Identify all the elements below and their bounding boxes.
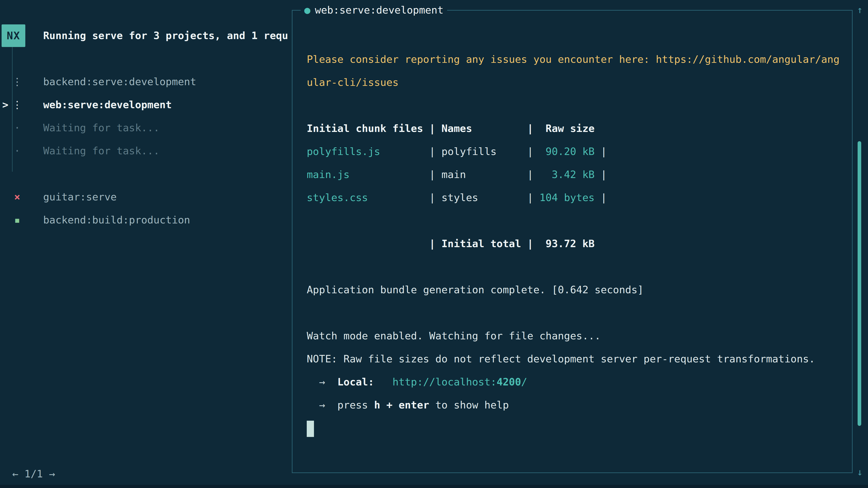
task-label: backend:serve:development [43, 70, 196, 93]
chunk-name: styles [441, 192, 527, 203]
chunk-file: main.js [307, 168, 429, 181]
sidebar: NX Running serve for 3 projects, and 1 r… [0, 0, 291, 488]
pager-prev-icon[interactable]: ← [12, 468, 18, 480]
arrow-icon: → [307, 399, 337, 411]
blank-line [307, 255, 845, 278]
local-url-port: 4200 [497, 376, 521, 388]
page-title: Running serve for 3 projects, and 1 requ [43, 24, 288, 47]
task-row-backend-build[interactable]: ▪backend:build:production [0, 208, 291, 232]
pager: ←1/1→ [12, 462, 55, 486]
table-header: Initial chunk files | Names | Raw size [307, 117, 845, 140]
active-task-pointer-icon: > [2, 93, 8, 116]
notice-line-1: Please consider reporting any issues you… [307, 48, 845, 71]
scroll-down-icon[interactable]: ↓ [855, 465, 864, 479]
chunk-size: 90.20 kB [539, 145, 595, 158]
help-keys: h + enter [374, 399, 429, 411]
help-pre-text: press [337, 399, 374, 411]
spinner-icon: ⋮ [10, 70, 24, 93]
task-label: backend:build:production [43, 208, 190, 232]
task-row-web-serve[interactable]: >⋮web:serve:development [0, 93, 291, 116]
table-separator: | [527, 192, 539, 203]
local-url-link[interactable]: http://localhost:4200/ [393, 376, 527, 388]
chunk-file: polyfills.js [307, 145, 429, 158]
task-row-backend-serve[interactable]: ⋮backend:serve:development [0, 70, 291, 93]
watch-mode-line: Watch mode enabled. Watching for file ch… [307, 324, 845, 348]
pending-dot-icon: · [10, 116, 24, 139]
help-hint-line: → press h + enter to show help [307, 394, 845, 417]
task-label: Waiting for task... [43, 139, 160, 162]
sidebar-footer: ←1/1→ quit:qhelp:? [0, 440, 291, 462]
local-url-base: http://localhost: [393, 376, 497, 388]
arrow-icon: → [307, 376, 337, 388]
local-label: Local: [337, 376, 374, 388]
pager-next-icon[interactable]: → [49, 468, 55, 480]
blank-line [307, 209, 845, 232]
table-row-polyfills: polyfills.js | polyfills | 90.20 kB | [307, 140, 845, 163]
table-separator: | [594, 145, 607, 158]
table-separator: | [594, 192, 607, 203]
local-url-line: → Local: http://localhost:4200/ [307, 370, 845, 394]
table-row-main: main.js | main | 3.42 kB | [307, 163, 845, 186]
chunk-size: 104 bytes [539, 192, 595, 203]
table-row-styles: styles.css | styles | 104 bytes | [307, 186, 845, 209]
gap [374, 376, 393, 388]
task-label: guitar:serve [43, 186, 117, 208]
scrollbar-thumb[interactable] [858, 141, 861, 426]
table-separator: | [429, 168, 441, 181]
task-label: Waiting for task... [43, 116, 160, 139]
text-cursor [307, 421, 314, 437]
table-separator: | [429, 145, 441, 158]
table-separator: | [594, 168, 607, 181]
chunk-size: 3.42 kB [539, 168, 595, 181]
terminal-output[interactable]: Please consider reporting any issues you… [292, 11, 852, 473]
success-square-icon: ▪ [10, 208, 24, 232]
help-post-text: to show help [429, 399, 509, 411]
task-label: web:serve:development [43, 93, 172, 116]
spinner-icon: ⋮ [10, 93, 24, 116]
chunk-name: main [441, 168, 527, 181]
notice-line-2: ular-cli/issues [307, 71, 845, 94]
chunk-file: styles.css [307, 192, 429, 203]
window-bottom-edge [0, 485, 868, 488]
task-row-waiting-1[interactable]: ·Waiting for task... [0, 116, 291, 139]
table-total-row: | Initial total | 93.72 kB [307, 232, 845, 255]
blank-line [307, 94, 845, 117]
note-line: NOTE: Raw file sizes do not reflect deve… [307, 348, 845, 370]
nx-logo: NX [2, 24, 25, 47]
table-separator: | [429, 192, 441, 203]
failed-x-icon: × [10, 186, 24, 208]
terminal-screen: NX Running serve for 3 projects, and 1 r… [0, 0, 868, 488]
task-row-waiting-2[interactable]: ·Waiting for task... [0, 139, 291, 162]
list-spacer [0, 162, 291, 186]
task-output-panel: ●web:serve:development Please consider r… [292, 10, 852, 473]
chunk-name: polyfills [441, 145, 527, 158]
pager-page-count: 1/1 [24, 468, 43, 480]
table-separator: | [527, 145, 539, 158]
task-list: ⋮backend:serve:development >⋮web:serve:d… [0, 70, 291, 232]
scroll-up-icon[interactable]: ↑ [855, 3, 864, 17]
local-url-slash: / [521, 376, 527, 388]
bundle-complete-line: Application bundle generation complete. … [307, 278, 845, 301]
pending-dot-icon: · [10, 139, 24, 162]
cursor-line [307, 417, 845, 440]
task-row-guitar-serve[interactable]: ×guitar:serve [0, 186, 291, 208]
table-separator: | [527, 168, 539, 181]
blank-line [307, 301, 845, 324]
